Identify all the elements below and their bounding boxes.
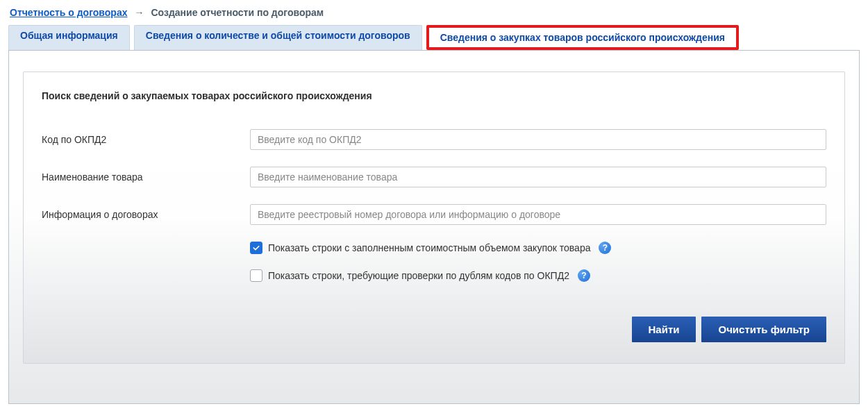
tab-general-info[interactable]: Общая информация (8, 25, 130, 50)
row-okpd2: Код по ОКПД2 (42, 129, 826, 150)
search-card: Поиск сведений о закупаемых товарах росс… (23, 72, 845, 364)
row-cb-duplicates: Показать строки, требующие проверки по д… (250, 269, 826, 282)
search-button[interactable]: Найти (632, 317, 696, 342)
checkbox-label-show-duplicates: Показать строки, требующие проверки по д… (268, 270, 569, 281)
check-icon (252, 244, 260, 252)
row-contract-info: Информация о договорах (42, 204, 826, 225)
arrow-right-icon: → (134, 7, 144, 18)
okpd2-input[interactable] (250, 129, 826, 150)
contract-info-input[interactable] (250, 204, 826, 225)
button-row: Найти Очистить фильтр (42, 317, 826, 342)
breadcrumb-link[interactable]: Отчетность о договорах (10, 7, 127, 18)
main-panel: Поиск сведений о закупаемых товарах росс… (8, 50, 860, 404)
help-icon[interactable]: ? (578, 269, 590, 282)
checkbox-label-show-filled: Показать строки с заполненным стоимостны… (268, 242, 590, 253)
label-contract-info: Информация о договорах (42, 209, 250, 220)
label-product-name: Наименование товара (42, 171, 250, 183)
tab-russian-goods[interactable]: Сведения о закупках товаров российского … (426, 25, 739, 50)
tab-quantity-cost[interactable]: Сведения о количестве и общей стоимости … (134, 25, 422, 50)
row-cb-filled: Показать строки с заполненным стоимостны… (250, 242, 826, 254)
label-okpd2: Код по ОКПД2 (42, 134, 250, 145)
product-name-input[interactable] (250, 167, 826, 187)
breadcrumb-current: Создание отчетности по договорам (151, 7, 324, 18)
help-icon[interactable]: ? (599, 242, 611, 254)
row-product-name: Наименование товара (42, 167, 826, 187)
section-title: Поиск сведений о закупаемых товарах росс… (42, 90, 826, 101)
checkbox-show-filled[interactable] (250, 242, 262, 254)
clear-filter-button[interactable]: Очистить фильтр (701, 317, 826, 342)
tabs: Общая информация Сведения о количестве и… (0, 25, 868, 50)
checkbox-show-duplicates[interactable] (250, 269, 262, 282)
breadcrumb: Отчетность о договорах → Создание отчетн… (0, 0, 868, 25)
